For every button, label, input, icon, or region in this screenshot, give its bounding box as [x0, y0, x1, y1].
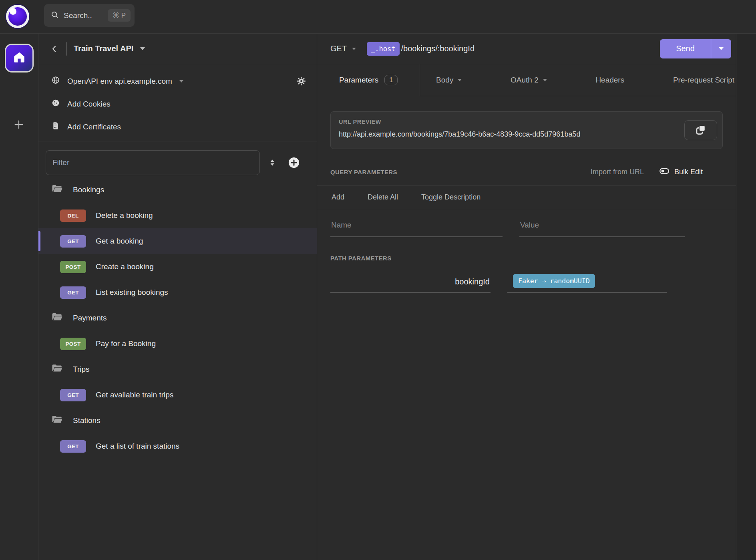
folder-label: Stations	[73, 416, 101, 425]
workspace-caret-icon[interactable]	[140, 47, 145, 50]
add-workspace-button[interactable]	[0, 119, 38, 132]
url-input[interactable]: _.host /bookings/:bookingId	[367, 42, 660, 56]
method-badge: POST	[60, 338, 86, 350]
request-label: Pay for a Booking	[96, 339, 156, 348]
app-window: Search.. ⌘ P	[0, 0, 756, 560]
tab-oauth-2[interactable]: OAuth 2	[511, 76, 547, 85]
request-row-list-existing-bookings[interactable]: GET List existing bookings	[38, 280, 317, 305]
method-badge: POST	[60, 261, 86, 273]
path-parameter-rows: bookingId Faker ⇒ randomUUID	[330, 265, 723, 293]
folder-row-stations[interactable]: Stations	[38, 408, 317, 433]
bulk-edit-toggle[interactable]: Bulk Edit	[659, 166, 703, 178]
copy-url-button[interactable]	[684, 120, 717, 140]
toggle-description-button[interactable]: Toggle Description	[421, 193, 481, 201]
folder-open-icon	[51, 311, 63, 325]
query-value-input[interactable]	[519, 218, 685, 237]
workspace-home-button[interactable]	[5, 44, 34, 73]
folder-label: Bookings	[73, 185, 104, 194]
method-caret-icon	[352, 48, 356, 50]
add-cookies-button[interactable]: Add Cookies	[38, 93, 317, 115]
request-label: Get a booking	[96, 237, 143, 246]
bulk-edit-label: Bulk Edit	[674, 168, 703, 176]
query-parameters-title: QUERY PARAMETERS	[330, 169, 397, 175]
folder-row-trips[interactable]: Trips	[38, 357, 317, 382]
url-preview-label: URL PREVIEW	[339, 119, 714, 125]
request-label: Get a list of train stations	[96, 442, 179, 451]
copy-icon	[694, 123, 707, 137]
cookie-icon	[51, 99, 60, 109]
tab-body[interactable]: Body	[436, 76, 462, 85]
global-search-button[interactable]: Search.. ⌘ P	[44, 4, 135, 27]
path-param-name: bookingId	[330, 265, 491, 293]
url-preview-box: URL PREVIEW http://api.example.com/booki…	[330, 111, 723, 149]
folder-row-payments[interactable]: Payments	[38, 305, 317, 331]
folder-row-bookings[interactable]: Bookings	[38, 177, 317, 203]
url-path-text: /bookings/:bookingId	[401, 44, 475, 53]
filter-input[interactable]	[46, 150, 260, 175]
request-row-delete-a-booking[interactable]: DEL Delete a booking	[38, 203, 317, 228]
back-button[interactable]	[50, 44, 59, 54]
send-label[interactable]: Send	[660, 39, 711, 58]
tab-pre-request-script[interactable]: Pre-request Script	[673, 76, 734, 85]
path-parameters-title: PATH PARAMETERS	[330, 255, 723, 262]
search-icon	[50, 10, 59, 21]
folder-label: Payments	[73, 314, 107, 322]
folder-open-icon	[51, 414, 63, 428]
certificate-file-icon	[51, 121, 60, 132]
environment-caret-icon	[179, 80, 183, 83]
globe-icon	[51, 76, 60, 87]
workspace-rail	[0, 34, 38, 560]
home-icon	[12, 50, 26, 66]
request-row-get-available-train-trips[interactable]: GET Get available train trips	[38, 382, 317, 408]
request-row-create-a-booking[interactable]: POST Create a booking	[38, 254, 317, 280]
sort-button[interactable]	[268, 158, 277, 167]
request-label: Delete a booking	[96, 211, 153, 220]
request-url-bar: GET _.host /bookings/:bookingId Send	[317, 34, 736, 64]
path-param-value-field[interactable]: Faker ⇒ randomUUID	[507, 265, 667, 293]
tab-parameters[interactable]: Parameters 1	[317, 64, 420, 96]
folder-open-icon	[51, 183, 63, 197]
path-parameter-row: bookingId Faker ⇒ randomUUID	[330, 265, 723, 293]
tab-label: Pre-request Script	[673, 76, 734, 85]
host-variable-chip[interactable]: _.host	[367, 42, 399, 56]
method-badge: GET	[60, 389, 86, 401]
request-row-get-a-list-of-train-stations[interactable]: GET Get a list of train stations	[38, 433, 317, 459]
query-parameters-header: QUERY PARAMETERS Import from URL Bulk Ed…	[330, 166, 723, 178]
plus-icon	[13, 119, 25, 132]
query-parameter-row	[330, 218, 723, 237]
search-placeholder-text: Search..	[64, 11, 92, 20]
environment-section: OpenAPI env api.example.com	[38, 64, 317, 138]
query-name-input[interactable]	[330, 218, 503, 237]
tab-headers[interactable]: Headers	[595, 76, 624, 85]
workspace-title[interactable]: Train Travel API	[74, 44, 133, 53]
folder-open-icon	[51, 363, 63, 377]
import-from-url-button[interactable]: Import from URL	[591, 168, 644, 176]
tab-caret-icon	[458, 79, 462, 81]
faker-template-chip[interactable]: Faker ⇒ randomUUID	[513, 274, 595, 288]
query-parameter-actions: AddDelete AllToggle Description	[317, 185, 736, 209]
tab-label: Headers	[595, 76, 624, 85]
delete-all-button[interactable]: Delete All	[368, 193, 398, 201]
add-request-button[interactable]	[288, 157, 300, 169]
tab-parameters-label: Parameters	[339, 76, 378, 85]
send-button[interactable]: Send	[660, 39, 731, 58]
sidebar-header: Train Travel API	[38, 34, 317, 64]
request-row-pay-for-a-booking[interactable]: POST Pay for a Booking	[38, 331, 317, 357]
request-label: Create a booking	[96, 262, 154, 271]
filter-row	[38, 141, 317, 175]
tab-strip-rest: Body OAuth 2 Headers Pre-request Script	[420, 64, 736, 96]
method-badge: GET	[60, 440, 86, 453]
app-logo	[6, 5, 29, 28]
settings-gear-button[interactable]	[296, 76, 306, 86]
right-panel-strip	[736, 34, 756, 560]
method-select[interactable]: GET	[330, 44, 356, 53]
request-tree: Bookings DEL Delete a booking GET Get a …	[38, 177, 317, 459]
request-row-get-a-booking[interactable]: GET Get a booking	[38, 228, 317, 254]
add-button[interactable]: Add	[332, 193, 344, 201]
add-certificates-button[interactable]: Add Certificates	[38, 115, 317, 138]
send-options-button[interactable]	[711, 39, 731, 58]
top-bar: Search.. ⌘ P	[0, 0, 756, 34]
sidebar: Train Travel API OpenAPI env api.example…	[38, 34, 317, 560]
environment-selector[interactable]: OpenAPI env api.example.com	[38, 70, 317, 93]
parameters-pane: URL PREVIEW http://api.example.com/booki…	[317, 111, 736, 293]
